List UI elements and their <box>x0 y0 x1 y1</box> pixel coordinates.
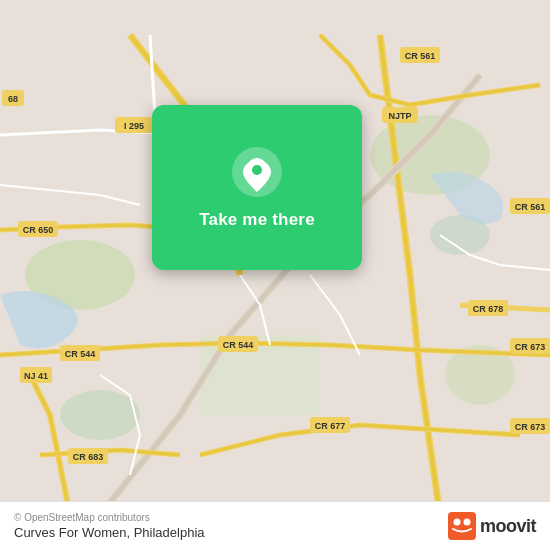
osm-attribution: © OpenStreetMap contributors <box>14 512 205 523</box>
svg-text:I 295: I 295 <box>124 121 144 131</box>
place-name: Curves For Women, Philadelphia <box>14 525 205 540</box>
moovit-text: moovit <box>480 516 536 537</box>
svg-text:CR 678: CR 678 <box>473 304 504 314</box>
take-me-there-label: Take me there <box>199 210 315 230</box>
svg-text:CR 561: CR 561 <box>405 51 436 61</box>
svg-point-5 <box>60 390 140 440</box>
svg-text:CR 561: CR 561 <box>515 202 546 212</box>
svg-point-39 <box>453 519 460 526</box>
svg-text:CR 544: CR 544 <box>65 349 96 359</box>
moovit-logo-icon <box>448 512 476 540</box>
svg-text:68: 68 <box>8 94 18 104</box>
map-roads-svg: I 295 NJTP CR 561 CR 561 CR 650 CR 544 C… <box>0 0 550 550</box>
svg-text:NJ 41: NJ 41 <box>24 371 48 381</box>
svg-text:CR 677: CR 677 <box>315 421 346 431</box>
svg-point-40 <box>463 519 470 526</box>
svg-point-37 <box>252 165 262 175</box>
svg-text:CR 673: CR 673 <box>515 342 546 352</box>
svg-text:CR 683: CR 683 <box>73 452 104 462</box>
svg-text:CR 650: CR 650 <box>23 225 54 235</box>
svg-text:CR 544: CR 544 <box>223 340 254 350</box>
location-info: © OpenStreetMap contributors Curves For … <box>14 512 205 540</box>
moovit-logo: moovit <box>448 512 536 540</box>
svg-text:NJTP: NJTP <box>388 111 411 121</box>
svg-text:CR 673: CR 673 <box>515 422 546 432</box>
map-container: I 295 NJTP CR 561 CR 561 CR 650 CR 544 C… <box>0 0 550 550</box>
bottom-bar: © OpenStreetMap contributors Curves For … <box>0 501 550 550</box>
take-me-there-card[interactable]: Take me there <box>152 105 362 270</box>
svg-rect-38 <box>448 512 476 540</box>
location-pin-icon <box>231 146 283 198</box>
